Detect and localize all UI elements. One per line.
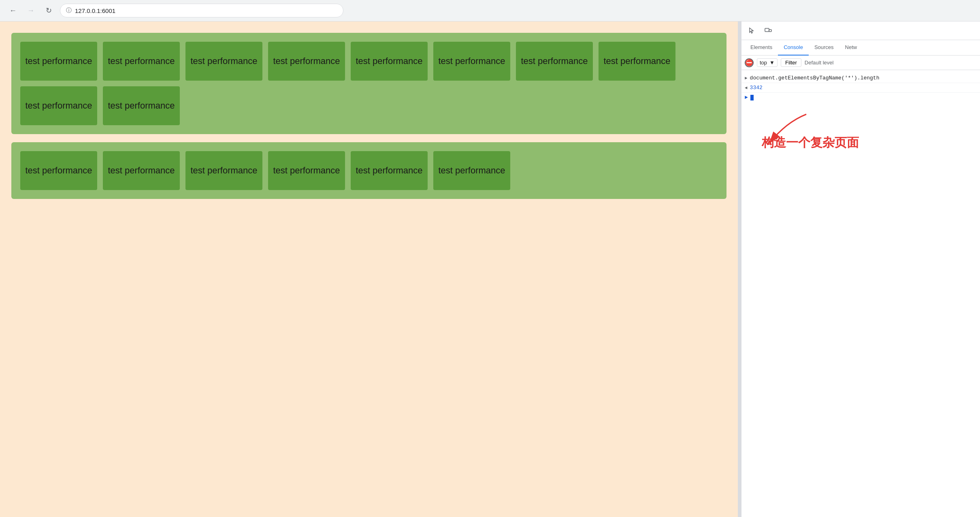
- device-icon: [765, 27, 772, 34]
- list-item: test performance: [185, 42, 262, 81]
- annotation-area: 构造一个复杂页面: [741, 102, 980, 183]
- console-body: ► document.getElementsByTagName('*').len…: [741, 70, 980, 517]
- address-bar[interactable]: ⓘ 127.0.0.1:6001: [60, 4, 343, 17]
- tab-sources[interactable]: Sources: [809, 40, 839, 56]
- console-prompt-row: ►: [741, 93, 980, 102]
- reload-button[interactable]: ↻: [42, 4, 55, 17]
- collapse-icon[interactable]: ◄: [745, 85, 748, 90]
- main-layout: test performance test performance test p…: [0, 21, 980, 517]
- device-toolbar-button[interactable]: [761, 24, 775, 38]
- svg-rect-1: [769, 30, 771, 32]
- list-item: test performance: [433, 151, 510, 190]
- panel-splitter[interactable]: [738, 21, 741, 517]
- list-item: test performance: [103, 151, 180, 190]
- forward-button[interactable]: →: [24, 4, 37, 17]
- console-command-text: document.getElementsByTagName('*').lengt…: [750, 75, 977, 81]
- console-output-row: ◄ 3342: [741, 83, 980, 93]
- security-icon: ⓘ: [66, 7, 72, 14]
- list-item: test performance: [185, 151, 262, 190]
- list-item: test performance: [351, 151, 428, 190]
- devtools-icons-toolbar: [741, 21, 980, 40]
- tab-network[interactable]: Netw: [839, 40, 863, 56]
- tab-elements[interactable]: Elements: [745, 40, 778, 56]
- browser-chrome: ← → ↻ ⓘ 127.0.0.1:6001: [0, 0, 980, 21]
- console-input-row: ► document.getElementsByTagName('*').len…: [741, 73, 980, 83]
- list-item: test performance: [103, 42, 180, 81]
- console-filter-button[interactable]: Filter: [781, 58, 801, 67]
- console-prompt-icon: ►: [745, 94, 748, 100]
- context-label: top: [760, 60, 767, 66]
- console-toolbar: ⛔ top ▼ Filter Default level: [741, 56, 980, 70]
- svg-rect-0: [765, 28, 769, 32]
- list-item: test performance: [516, 42, 593, 81]
- browser-titlebar: ← → ↻ ⓘ 127.0.0.1:6001: [0, 0, 980, 21]
- list-item: test performance: [351, 42, 428, 81]
- tab-console[interactable]: Console: [778, 40, 809, 56]
- context-dropdown-icon: ▼: [769, 60, 775, 66]
- annotation-label: 构造一个复杂页面: [762, 135, 859, 151]
- list-item: test performance: [103, 86, 180, 125]
- console-number-value[interactable]: 3342: [750, 85, 763, 91]
- list-item: test performance: [20, 151, 97, 190]
- inspect-element-button[interactable]: [745, 24, 759, 38]
- url-text: 127.0.0.1:6001: [75, 7, 115, 14]
- expand-icon[interactable]: ►: [745, 76, 748, 81]
- console-level-label[interactable]: Default level: [805, 60, 834, 66]
- console-input-cursor[interactable]: [750, 95, 754, 100]
- section-1: test performance test performance test p…: [11, 33, 726, 134]
- console-context-select[interactable]: top ▼: [757, 58, 778, 67]
- list-item: test performance: [599, 42, 675, 81]
- list-item: test performance: [433, 42, 510, 81]
- devtools-panel: Elements Console Sources Netw ⛔ top ▼ Fi…: [741, 21, 980, 517]
- section-1-grid: test performance test performance test p…: [20, 42, 718, 125]
- section-2-grid: test performance test performance test p…: [20, 151, 718, 190]
- list-item: test performance: [268, 151, 345, 190]
- browser-content: test performance test performance test p…: [0, 21, 738, 517]
- list-item: test performance: [268, 42, 345, 81]
- cursor-icon: [748, 27, 756, 34]
- list-item: test performance: [20, 42, 97, 81]
- list-item: test performance: [20, 86, 97, 125]
- section-2: test performance test performance test p…: [11, 142, 726, 199]
- back-button[interactable]: ←: [6, 4, 19, 17]
- devtools-tabs: Elements Console Sources Netw: [741, 40, 980, 56]
- clear-console-button[interactable]: ⛔: [745, 58, 754, 67]
